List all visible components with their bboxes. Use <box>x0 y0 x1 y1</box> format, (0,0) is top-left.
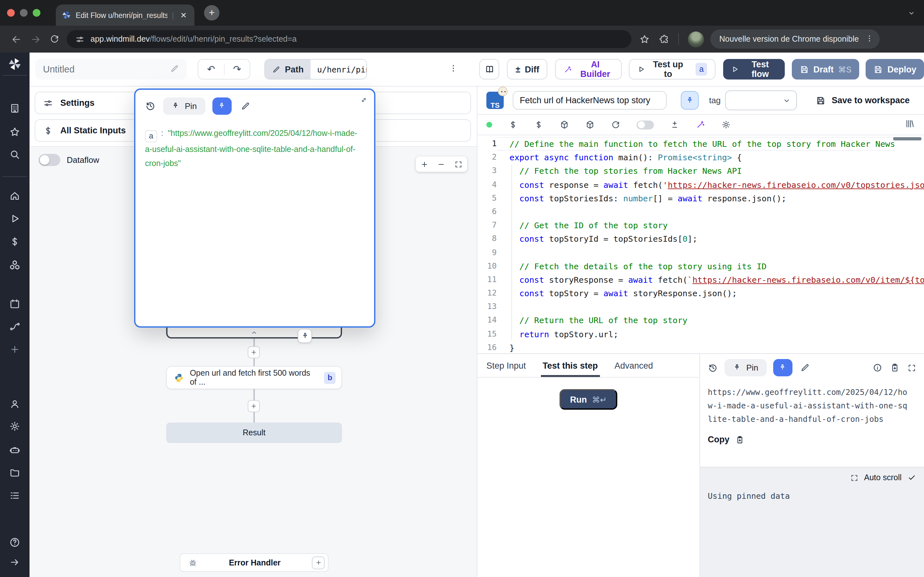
minimize-window-button[interactable] <box>20 9 27 17</box>
test-up-to-step-badge[interactable]: a <box>696 63 708 76</box>
code-line[interactable]: 12 const topStory = await storyResponse.… <box>477 287 924 300</box>
address-bar[interactable]: app.windmill.dev/flows/edit/u/henri/pin_… <box>67 30 632 48</box>
chrome-update-button[interactable]: Nouvelle version de Chrome disponible <box>710 29 880 49</box>
resources-dollar-icon[interactable] <box>534 120 543 129</box>
sidebar-item-search-icon[interactable] <box>9 149 21 160</box>
code-line[interactable]: 9 <box>477 246 924 259</box>
code-line[interactable]: 4 const response = await fetch('https://… <box>477 178 924 191</box>
windmill-logo-icon[interactable] <box>8 57 22 71</box>
result-pin-tab-button[interactable]: Pin <box>724 359 767 376</box>
undo-button[interactable]: ↶ <box>198 63 224 75</box>
flow-name-input[interactable]: Untitled <box>35 59 187 79</box>
reload-button[interactable] <box>45 34 64 44</box>
sidebar-item-settings-gear-icon[interactable] <box>9 421 21 432</box>
tag-select[interactable] <box>725 90 797 110</box>
tab-close-icon[interactable]: ✕ <box>178 11 189 19</box>
sidebar-item-audit-logs-list-icon[interactable] <box>9 490 21 501</box>
copy-result-button[interactable]: Copy <box>700 426 924 444</box>
node-a-collapse-chevron-icon[interactable] <box>245 328 263 337</box>
code-line[interactable]: 8 const topStoryId = topStoriesIds[0]; <box>477 232 924 246</box>
editor-settings-gear-icon[interactable] <box>721 120 731 129</box>
draft-save-button[interactable]: Draft ⌘S <box>792 59 859 79</box>
pinned-input-json[interactable]: a:"https://www.geoffreylitt.com/2025/04/… <box>136 115 374 171</box>
sidebar-item-favorites-star[interactable] <box>9 126 21 138</box>
sidebar-item-resources-cubes-icon[interactable] <box>9 259 21 271</box>
deploy-button[interactable]: Deploy <box>866 59 924 79</box>
add-error-handler-button[interactable] <box>312 556 325 569</box>
sidebar-item-runs-play-icon[interactable] <box>9 213 21 224</box>
code-line[interactable]: 16} <box>477 341 924 353</box>
horizontal-scrollbar-thumb[interactable] <box>893 137 921 140</box>
ai-wand-icon[interactable] <box>696 120 705 129</box>
forward-button[interactable] <box>26 34 45 45</box>
sidebar-add-plus-icon[interactable] <box>9 344 20 355</box>
flow-node-b-python-step[interactable]: Open url and fetch first 500 words of ..… <box>166 366 342 389</box>
tab-step-input[interactable]: Step Input <box>486 354 526 377</box>
back-button[interactable] <box>6 34 26 45</box>
sidebar-item-account-user-icon[interactable] <box>9 398 21 410</box>
history-icon[interactable] <box>145 101 156 111</box>
maximize-window-button[interactable] <box>33 9 40 17</box>
insert-step-button[interactable] <box>248 400 260 412</box>
insert-step-button[interactable] <box>248 346 260 358</box>
pin-tab-button[interactable]: Pin <box>163 97 205 115</box>
code-line[interactable]: 11 const storyResponse = await fetch(`ht… <box>477 273 924 287</box>
extensions-icon[interactable] <box>659 34 669 44</box>
result-pin-active-button[interactable] <box>773 359 792 376</box>
browser-tab[interactable]: Edit Flow u/henri/pin_results | ✕ <box>56 5 194 26</box>
library-icon[interactable] <box>905 118 915 131</box>
tab-test-this-step[interactable]: Test this step <box>543 354 598 377</box>
path-control[interactable]: Path u/henri/pin <box>264 59 367 79</box>
new-tab-button[interactable]: + <box>204 5 220 21</box>
popup-expand-icon[interactable] <box>359 95 368 107</box>
fit-view-icon[interactable] <box>454 160 463 168</box>
editor-toggle[interactable] <box>636 120 654 129</box>
save-to-workspace-button[interactable]: Save to workspace <box>816 95 909 105</box>
pin-active-button[interactable] <box>212 97 232 115</box>
code-line[interactable]: 3 // Fetch the top stories from Hacker N… <box>477 164 924 178</box>
result-value[interactable]: https://www.geoffreylitt.com/2025/04/12/… <box>700 380 919 426</box>
edit-name-pencil-icon[interactable] <box>170 64 179 75</box>
docs-book-button[interactable] <box>480 59 499 79</box>
close-window-button[interactable] <box>7 9 15 17</box>
sidebar-item-workspace-buildings[interactable] <box>9 103 21 114</box>
sidebar-help-icon[interactable] <box>9 537 21 548</box>
code-line[interactable]: 2export async function main(): Promise<s… <box>477 151 924 164</box>
bookmark-star-icon[interactable] <box>639 34 650 45</box>
zoom-out-icon[interactable] <box>437 160 446 168</box>
error-handler-node[interactable]: Error Handler <box>180 553 328 572</box>
flow-result-node[interactable]: Result <box>166 422 342 443</box>
step-name-input[interactable]: Fetch url of HackerNews top story <box>513 91 667 110</box>
code-line[interactable]: 15 return topStory.url; <box>477 327 924 341</box>
info-icon[interactable] <box>873 363 882 372</box>
edit-result-pencil-icon[interactable] <box>800 363 810 372</box>
more-options-kebab-icon[interactable] <box>449 63 459 75</box>
fullscreen-icon[interactable] <box>907 363 916 372</box>
reload-icon[interactable] <box>611 120 620 129</box>
run-button[interactable]: Run ⌘↵ <box>559 389 617 410</box>
code-line[interactable]: 13 <box>477 300 924 314</box>
package-icon[interactable] <box>559 120 569 129</box>
code-line[interactable]: 5 const topStoriesIds: number[] = await … <box>477 192 924 205</box>
code-line[interactable]: 1// Define the main function to fetch th… <box>477 137 924 151</box>
diff-plus-minus-icon[interactable] <box>670 120 680 129</box>
sidebar-item-home-icon[interactable] <box>9 190 21 202</box>
test-flow-button[interactable]: Test flow <box>723 59 784 79</box>
history-icon[interactable] <box>708 363 718 373</box>
code-line[interactable]: 7 // Get the ID of the top story <box>477 219 924 232</box>
step-pin-button[interactable] <box>681 91 699 110</box>
sidebar-item-flows-route-icon[interactable] <box>9 321 21 332</box>
diff-button[interactable]: ± Diff <box>507 59 548 79</box>
auto-scroll-control[interactable]: Auto scroll <box>850 473 916 482</box>
node-a-pin-badge[interactable] <box>298 329 312 343</box>
sidebar-item-schedules-calendar-icon[interactable] <box>9 298 21 309</box>
sidebar-expand-arrow-icon[interactable] <box>9 557 20 568</box>
edit-pin-pencil-icon[interactable] <box>241 101 250 111</box>
code-line[interactable]: 10 // Fetch the details of the top story… <box>477 259 924 273</box>
test-up-to-button[interactable]: Test up to a <box>629 59 716 79</box>
code-editor[interactable]: 1// Define the main function to fetch th… <box>477 135 924 353</box>
variables-dollar-icon[interactable] <box>508 120 518 129</box>
redo-button[interactable]: ↷ <box>224 63 250 75</box>
sidebar-item-variables-dollar-icon[interactable] <box>9 236 21 247</box>
dataflow-toggle[interactable] <box>39 154 60 166</box>
